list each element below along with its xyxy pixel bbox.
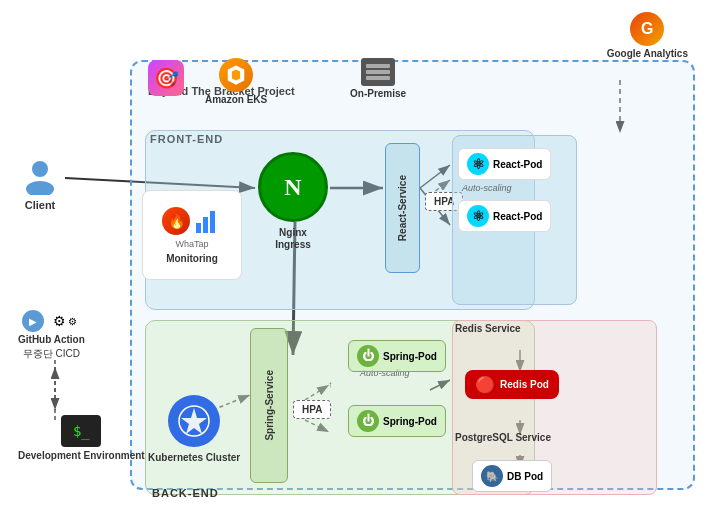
react-icon-2: ⚛ <box>467 205 489 227</box>
ga-icon: G <box>630 12 664 46</box>
spring-icon-2: ⏻ <box>357 410 379 432</box>
backend-label: BACK-END <box>152 487 219 499</box>
app-icon: 🎯 <box>148 60 184 96</box>
monitoring-box: 🔥 WhaTap Monitoring <box>142 190 242 280</box>
spring-arrow-label: → <box>325 355 335 415</box>
react-service-label: React-Service <box>397 175 408 241</box>
monitoring-label: Monitoring <box>166 253 218 264</box>
eks-label: Amazon EKS <box>205 94 267 105</box>
db-icon: 🐘 <box>481 465 503 487</box>
terminal-symbol: $_ <box>73 423 90 439</box>
react-pod-1: ⚛ React-Pod <box>458 148 551 180</box>
redis-pod: 🔴 Redis Pod <box>465 370 559 399</box>
eks-icon <box>219 58 253 92</box>
k8s-icon <box>168 395 220 447</box>
gear-cluster: ⚙ ⚙ <box>50 310 80 332</box>
postgres-service-label: PostgreSQL Service <box>455 432 551 443</box>
whataap-label: WhaTap <box>175 239 208 249</box>
play-icon: ▶ <box>22 310 44 332</box>
nginx-n-letter: N <box>284 174 301 201</box>
spring-service-label: Spring-Service <box>264 370 275 441</box>
svg-point-23 <box>26 181 54 195</box>
monitoring-icons: 🔥 <box>162 207 222 235</box>
svg-point-22 <box>32 161 48 177</box>
ga-label: Google Analytics <box>607 48 688 60</box>
redis-service-label: Redis Service <box>455 323 521 334</box>
on-premise-area: On-Premise <box>350 58 406 99</box>
server-icon <box>361 58 395 86</box>
on-premise-label: On-Premise <box>350 88 406 99</box>
github-action-label: GitHub Action <box>18 334 85 345</box>
spring-pod-1: ⏻ Spring-Pod <box>348 340 446 372</box>
react-pod-2: ⚛ React-Pod <box>458 200 551 232</box>
client-icon <box>20 155 60 195</box>
whataap-icon: 🔥 <box>162 207 190 235</box>
k8s-label: Kubernetes Cluster <box>148 451 240 464</box>
google-analytics-area: G Google Analytics <box>607 12 688 60</box>
client-area: Client <box>20 155 60 211</box>
client-label: Client <box>25 199 56 211</box>
spring-icon-1: ⏻ <box>357 345 379 367</box>
cicd-label: 무중단 CICD <box>23 347 80 361</box>
github-action-area: ▶ ⚙ ⚙ GitHub Action 무중단 CICD <box>18 310 85 361</box>
github-icons: ▶ ⚙ ⚙ <box>22 310 80 332</box>
diagram-container: Beyond The Bracket Project 🎯 Amazon EKS … <box>0 0 720 513</box>
spring-service-box: Spring-Service <box>250 328 288 483</box>
spring-pod-2: ⏻ Spring-Pod <box>348 405 446 437</box>
k8s-svg <box>178 405 210 437</box>
svg-marker-21 <box>232 70 240 81</box>
dev-env-area: $_ Development Environment <box>18 415 145 462</box>
autoscaling-label-frontend: Auto-scaling <box>462 183 512 193</box>
db-pod: 🐘 DB Pod <box>472 460 552 492</box>
nginx-circle: N <box>258 152 328 222</box>
react-icon-1: ⚛ <box>467 153 489 175</box>
nginx-label: Nginx Ingress <box>256 226 330 250</box>
terminal-icon: $_ <box>61 415 101 447</box>
dev-env-label: Development Environment <box>18 449 145 462</box>
amazon-eks-area: Amazon EKS <box>205 58 267 105</box>
gear-icon: ⚙ <box>53 313 66 329</box>
chart-icon <box>194 207 222 235</box>
redis-icon: 🔴 <box>475 375 495 394</box>
react-service-box: React-Service <box>385 143 420 273</box>
k8s-area: Kubernetes Cluster <box>148 395 240 464</box>
small-gear-icon: ⚙ <box>68 316 77 327</box>
